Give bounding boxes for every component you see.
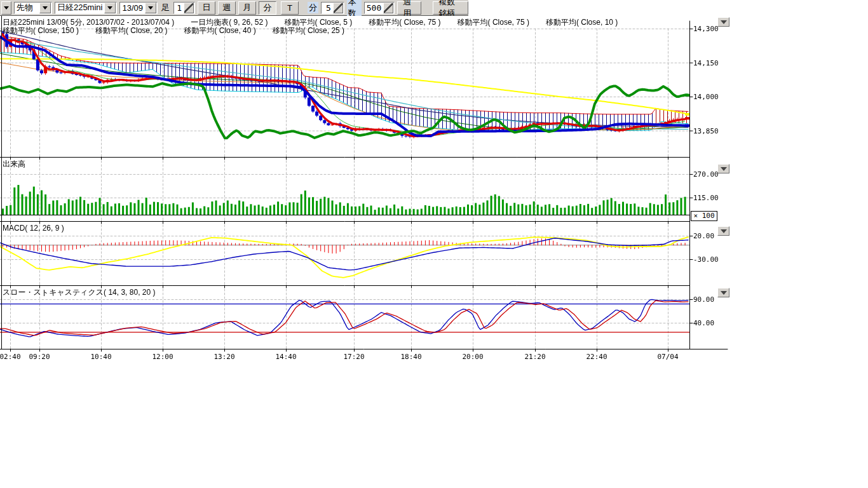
y-axis-tick-label: 90.00 [693, 295, 714, 304]
stoch-panel-label: スロー・ストキャスティクス( 14, 3, 80, 20 ) [3, 287, 155, 298]
y-axis-tick-label: -30.00 [693, 255, 719, 264]
chevron-down-icon [721, 229, 727, 233]
toolbar: 先物 日経225mini 13/09 足 1 日 週 月 分 T 分 5 本数 … [0, 0, 468, 16]
main-panel-menu-button[interactable] [717, 17, 729, 27]
x-axis-tick-label: 09:20 [29, 353, 50, 361]
minute-spinner[interactable]: 5 [321, 2, 344, 14]
spin-icon[interactable] [184, 3, 194, 13]
period-week-button[interactable]: 週 [218, 1, 236, 15]
y-axis-tick-label: 20.00 [693, 232, 714, 240]
legend-item: 移動平均( Close, 75 ) [458, 18, 529, 27]
x-axis-tick-label: 20:00 [462, 353, 483, 361]
legend-item: 移動平均( Close, 40 ) [184, 26, 255, 35]
bar-interval-value: 1 [174, 3, 184, 13]
minute-value: 5 [322, 3, 333, 13]
chevron-down-icon[interactable] [145, 3, 156, 13]
legend-item: 移動平均( Close, 25 ) [273, 26, 344, 35]
x-axis-tick-label: 14:40 [275, 353, 296, 361]
x-axis-tick-label: 02:40 [0, 353, 21, 361]
instrument-type-select[interactable]: 先物 [14, 2, 52, 14]
volume-multiplier-badge: × 100 [691, 211, 717, 221]
bar-count-spinner[interactable]: 500 [364, 2, 395, 14]
y-axis-tick-label: 115.00 [693, 194, 719, 202]
y-axis-tick-label: 40.00 [693, 319, 714, 327]
toolbar-menu-dropdown[interactable] [1, 1, 11, 15]
indicator-legend-line2: 移動平均( Close, 150 )移動平均( Close, 20 )移動平均(… [3, 25, 361, 36]
volume-panel-label: 出来高 [3, 159, 25, 170]
bar-count-value: 500 [365, 3, 383, 13]
y-axis-tick-label: 270.00 [693, 170, 719, 179]
y-axis-tick-label: 13,850 [693, 127, 719, 135]
volume-panel-menu-button[interactable] [717, 164, 729, 173]
x-axis-tick-label: 21:20 [524, 353, 545, 361]
x-axis-tick-label: 13:20 [214, 353, 234, 361]
apply-button[interactable]: 適用 [397, 1, 421, 15]
bar-label: 足 [160, 2, 171, 13]
chart-application-window: 先物 日経225mini 13/09 足 1 日 週 月 分 T 分 5 本数 … [0, 0, 868, 488]
minute-label: 分 [308, 2, 318, 13]
symbol-value: 日経225mini [55, 2, 105, 13]
chevron-down-icon [721, 167, 727, 171]
spin-icon[interactable] [333, 3, 343, 13]
x-axis-tick-label: 07/04 [657, 353, 678, 361]
y-axis-tick-label: 14,300 [693, 25, 719, 33]
legend-item: 移動平均( Close, 75 ) [369, 18, 440, 27]
stoch-panel-menu-button[interactable] [717, 288, 729, 297]
contract-month-value: 13/09 [120, 3, 145, 13]
chevron-down-icon[interactable] [39, 3, 51, 13]
chevron-down-icon[interactable] [104, 3, 116, 13]
symbol-select[interactable]: 日経225mini [55, 2, 118, 14]
period-minute-button[interactable]: 分 [259, 1, 276, 15]
macd-panel-label: MACD( 12, 26, 9 ) [3, 224, 64, 233]
macd-panel-menu-button[interactable] [717, 226, 729, 236]
legend-item: 移動平均( Close, 20 ) [95, 26, 167, 35]
instrument-type-value: 先物 [15, 2, 39, 13]
price-chart-canvas [0, 16, 731, 372]
x-axis-tick-label: 12:00 [152, 353, 173, 361]
x-axis-tick-label: 22:40 [586, 353, 607, 361]
chart-area: 日経225mini 13/09( 5分, 2013/07/02 - 2013/0… [0, 16, 868, 488]
y-axis-tick-label: 14,000 [693, 93, 719, 101]
chevron-down-icon [4, 6, 9, 10]
x-axis-tick-label: 10:40 [90, 353, 111, 361]
contract-month-select[interactable]: 13/09 [119, 2, 158, 14]
chevron-down-icon [721, 20, 727, 24]
y-axis-tick-label: 14,150 [693, 59, 719, 67]
x-axis-tick-label: 18:40 [400, 353, 421, 361]
period-month-button[interactable]: 月 [238, 1, 256, 15]
tick-chart-button[interactable]: T [281, 1, 299, 15]
period-day-button[interactable]: 日 [198, 1, 215, 15]
x-axis-tick-label: 17:20 [343, 353, 364, 361]
legend-item: 移動平均( Close, 150 ) [3, 26, 79, 35]
legend-item: 移動平均( Close, 10 ) [546, 18, 618, 27]
chevron-down-icon [721, 291, 727, 295]
multi-symbol-button[interactable]: 複数銘柄 [433, 1, 468, 15]
spin-icon[interactable] [383, 3, 393, 13]
bar-interval-spinner[interactable]: 1 [173, 2, 195, 14]
